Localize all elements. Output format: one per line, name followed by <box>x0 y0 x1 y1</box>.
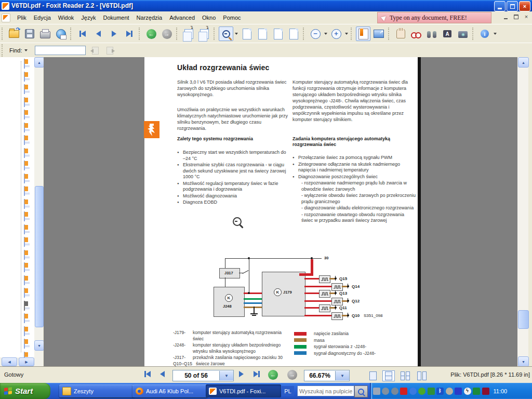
menu-pomoc[interactable]: Pomoc <box>219 12 244 23</box>
tray-search-icon[interactable] <box>409 388 417 395</box>
bookmark-item[interactable] <box>24 136 31 144</box>
snapshot-in-button[interactable] <box>181 26 196 41</box>
close-button[interactable]: × <box>519 1 530 11</box>
scroll-left-button[interactable]: ◀ <box>2 357 17 366</box>
zoom-tool-dropdown[interactable] <box>235 33 238 35</box>
tray-security-icon[interactable] <box>482 388 489 395</box>
continuous-layout-button[interactable] <box>382 370 395 381</box>
toolbar-grip[interactable] <box>2 28 5 40</box>
minimize-button[interactable] <box>494 1 506 11</box>
menu-okno[interactable]: Okno <box>198 12 219 23</box>
tray-display-icon[interactable] <box>373 388 380 395</box>
go-forward-button[interactable]: → <box>159 26 174 41</box>
scroll-up-button[interactable]: ▲ <box>518 57 529 68</box>
mdi-close-button[interactable]: × <box>523 13 530 20</box>
bookmark-item[interactable] <box>24 225 31 233</box>
bookmark-item[interactable] <box>24 149 31 157</box>
bookmark-item[interactable] <box>24 85 31 93</box>
toolbar-grip[interactable] <box>303 28 306 40</box>
start-button[interactable]: Start <box>0 383 50 399</box>
bookmark-item[interactable] <box>24 276 31 284</box>
tray-bluetooth-icon[interactable]: ᛒ <box>436 388 444 395</box>
taskbar-task-foxit[interactable]: V6TDI.pdf - Foxi... <box>206 384 281 397</box>
tray-messenger-icon[interactable] <box>418 388 425 395</box>
continuous-facing-layout-button[interactable] <box>399 370 411 381</box>
find-input[interactable] <box>35 46 86 55</box>
snapshot-camera-button[interactable] <box>456 26 470 41</box>
mdi-minimize-button[interactable] <box>502 13 509 20</box>
tray-pdf-icon[interactable] <box>400 388 407 395</box>
menu-plik[interactable]: Plik <box>14 12 30 23</box>
next-page-button[interactable] <box>239 371 244 377</box>
find-options-dropdown[interactable] <box>24 49 28 51</box>
full-screen-button[interactable] <box>371 26 386 41</box>
previous-page-button[interactable] <box>160 371 165 377</box>
toolbar-grip[interactable] <box>214 28 217 40</box>
bookmark-item[interactable] <box>24 72 31 81</box>
last-page-button[interactable] <box>254 371 260 377</box>
bookmark-item[interactable] <box>24 314 31 322</box>
tray-lightning-icon[interactable]: ϟ <box>464 388 471 395</box>
bookmark-item[interactable] <box>24 123 31 131</box>
bookmarks-h-scrollbar[interactable]: ◀ ▶ <box>0 357 43 366</box>
desktop-search-input[interactable] <box>297 385 354 396</box>
print-button[interactable] <box>38 26 52 41</box>
snapshot-out-button[interactable] <box>197 26 211 41</box>
go-back-button[interactable]: ← <box>268 370 278 380</box>
actual-size-button[interactable] <box>240 26 254 41</box>
last-page-button[interactable] <box>122 26 137 41</box>
menu-advanced[interactable]: Advanced <box>166 12 198 23</box>
bookmark-item[interactable] <box>24 174 31 182</box>
tray-burner-icon[interactable] <box>446 388 453 395</box>
bookmark-item[interactable] <box>24 263 31 271</box>
select-text-button[interactable]: A <box>440 26 455 41</box>
document-view[interactable]: Układ rozgrzewania świec Silnik 3,0 l V6… <box>44 57 517 366</box>
bookmark-item[interactable] <box>24 200 31 208</box>
bookmarks-scrollbar[interactable]: ▲ ▼ <box>34 57 43 357</box>
toolbar-grip[interactable] <box>70 28 73 40</box>
document-system-icon[interactable] <box>2 14 10 22</box>
tray-graphics-icon[interactable] <box>455 388 462 395</box>
scroll-up-button[interactable]: ▲ <box>34 57 44 68</box>
menu-edycja[interactable]: Edycja <box>30 12 55 23</box>
scroll-down-button[interactable]: ▼ <box>34 340 44 351</box>
zoom-out-button[interactable]: − <box>308 26 323 41</box>
menu-narzedzia[interactable]: Narzędzia <box>133 12 166 23</box>
first-page-button[interactable] <box>144 371 151 377</box>
search-button[interactable] <box>424 26 439 41</box>
menu-jezyk[interactable]: Język <box>77 12 99 23</box>
go-forward-button[interactable]: → <box>287 370 297 380</box>
first-page-button[interactable] <box>75 26 90 41</box>
scroll-down-button[interactable]: ▼ <box>518 356 529 367</box>
mdi-restore-button[interactable] <box>512 13 520 20</box>
bookmark-item[interactable] <box>24 327 31 335</box>
desktop-search-button[interactable] <box>354 385 368 397</box>
next-page-button[interactable] <box>107 26 121 41</box>
zoom-out-dropdown[interactable] <box>324 33 327 35</box>
tray-antivirus-icon[interactable] <box>428 388 435 395</box>
tray-power-icon[interactable] <box>391 388 398 395</box>
zoom-dropdown-button[interactable]: ▼ <box>335 371 349 380</box>
bookmarks-panel-toggle[interactable] <box>356 26 370 41</box>
zoom-level-box[interactable]: 66.67% ▼ <box>304 370 350 381</box>
tray-sound-icon[interactable] <box>473 388 480 395</box>
scroll-right-button[interactable]: ▶ <box>19 357 34 366</box>
info-button[interactable]: i <box>477 26 492 41</box>
scrollbar-thumb[interactable] <box>35 186 44 327</box>
scrollbar-thumb[interactable] <box>518 310 529 329</box>
taskbar-task-browser[interactable]: Audi A6 Klub Pol... <box>132 384 208 397</box>
bookmark-item[interactable] <box>24 339 31 348</box>
tray-update-icon[interactable] <box>382 388 389 395</box>
fit-page-button[interactable] <box>255 26 270 41</box>
zoom-in-button[interactable]: + <box>329 26 343 41</box>
restore-button[interactable] <box>507 1 518 11</box>
toolbar-grip[interactable] <box>351 28 354 40</box>
open-button[interactable] <box>7 26 21 41</box>
save-button[interactable] <box>22 26 37 41</box>
bookmark-item[interactable] <box>24 98 31 106</box>
single-page-layout-button[interactable] <box>367 370 379 381</box>
toolbar-grip[interactable] <box>176 28 179 40</box>
email-button[interactable] <box>54 26 68 41</box>
toolbar-grip[interactable] <box>388 28 391 40</box>
zoom-in-dropdown[interactable] <box>345 33 348 35</box>
